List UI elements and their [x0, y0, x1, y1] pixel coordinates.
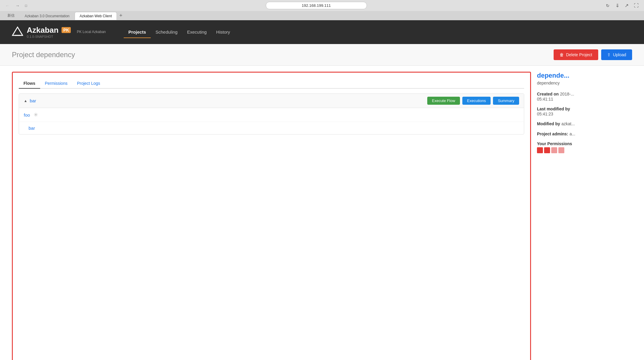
flows-panel: Flows Permissions Project Logs ▲ bar Exe… — [12, 72, 531, 360]
delete-project-label: Delete Project — [566, 52, 592, 57]
flow-name[interactable]: bar — [30, 98, 427, 103]
perm-badge-3 — [551, 147, 557, 153]
delete-project-button[interactable]: 🗑 Delete Project — [554, 49, 598, 60]
download-button[interactable]: ⇓ — [614, 2, 621, 9]
nav-projects[interactable]: Projects — [124, 26, 151, 38]
page-header: Project dependency 🗑 Delete Project ⇧ Up… — [0, 44, 644, 66]
reload-button[interactable]: ↻ — [604, 3, 611, 9]
loading-spinner-icon: ✳ — [34, 112, 38, 118]
svg-marker-0 — [12, 27, 23, 35]
admins-value: a... — [569, 132, 575, 136]
flow-actions: Execute Flow Executions Summary — [427, 97, 519, 105]
upload-button[interactable]: ⇧ Upload — [601, 49, 632, 60]
permissions-label: Your Permissions — [537, 141, 632, 146]
logo-area: Azkaban PK 0.1.0-SNAPSHOT PK Local Azkab… — [12, 26, 106, 39]
created-on-time: 05:41:11 — [537, 97, 632, 101]
logo-text-group: Azkaban PK 0.1.0-SNAPSHOT — [27, 26, 71, 39]
summary-button[interactable]: Summary — [493, 97, 519, 105]
info-modified-by: Modified by azkat... — [537, 121, 632, 126]
tab-bar-flows: Flows Permissions Project Logs — [19, 79, 524, 89]
perm-badge-1 — [537, 147, 543, 153]
tab-bar: 新信 Azkaban 3.0 Documentation Azkaban Web… — [0, 11, 644, 20]
page-title: Project dependency — [12, 51, 75, 59]
tab-azkaban-docs[interactable]: Azkaban 3.0 Documentation — [20, 12, 75, 20]
flow-toggle-icon[interactable]: ▲ — [24, 99, 27, 103]
info-last-modified: Last modified by 05:41:23 — [537, 106, 632, 116]
share-button[interactable]: ↗ — [623, 2, 630, 9]
sub-item-bar-link[interactable]: bar — [29, 126, 35, 131]
perm-badge-4 — [558, 147, 564, 153]
flow-header: ▲ bar Execute Flow Executions Summary — [19, 94, 524, 108]
info-admins: Project admins: a... — [537, 131, 632, 137]
tab-overview-button[interactable]: □ — [24, 3, 28, 8]
flow-sub-item-foo: foo ✳ — [19, 108, 524, 122]
back-button[interactable]: ← — [4, 3, 11, 9]
tab-project-logs[interactable]: Project Logs — [72, 79, 105, 89]
main-layout: Flows Permissions Project Logs ▲ bar Exe… — [0, 66, 644, 360]
nav-scheduling[interactable]: Scheduling — [151, 26, 182, 38]
last-modified-time: 05:41:23 — [537, 112, 632, 116]
pk-subtitle: PK Local Azkaban — [77, 30, 106, 35]
app-header: Azkaban PK 0.1.0-SNAPSHOT PK Local Azkab… — [0, 20, 644, 44]
fullscreen-button[interactable]: ⛶ — [632, 2, 640, 9]
execute-flow-button[interactable]: Execute Flow — [427, 97, 460, 105]
browser-chrome: ← → □ ↻ ⇓ ↗ ⛶ 新信 Azkaban 3.0 Documentati… — [0, 0, 644, 20]
forward-button[interactable]: → — [14, 3, 21, 9]
browser-toolbar: ← → □ ↻ ⇓ ↗ ⛶ — [0, 0, 644, 11]
flow-row: ▲ bar Execute Flow Executions Summary fo… — [19, 93, 524, 134]
info-title: depende... — [537, 72, 632, 79]
tab-flows[interactable]: Flows — [19, 79, 40, 89]
flow-sub-items: foo ✳ bar — [19, 108, 524, 134]
logo-name: Azkaban — [27, 26, 59, 35]
address-bar-container — [31, 2, 602, 9]
nav-history[interactable]: History — [211, 26, 235, 38]
info-created-on: Created on 2018-... 05:41:11 — [537, 91, 632, 101]
tab-azkaban-web[interactable]: Azkaban Web Client — [75, 12, 117, 20]
admins-label: Project admins: — [537, 132, 568, 136]
upload-label: Upload — [613, 52, 626, 57]
upload-icon: ⇧ — [607, 52, 611, 57]
pk-badge: PK — [62, 27, 71, 33]
azkaban-logo-icon — [12, 26, 23, 38]
info-permissions: Your Permissions — [537, 141, 632, 153]
browser-actions: ⇓ ↗ ⛶ — [614, 2, 640, 9]
address-input[interactable] — [266, 2, 367, 9]
modified-by-value: azkat... — [561, 121, 575, 126]
perm-badge-2 — [544, 147, 550, 153]
created-on-value: 2018-... — [560, 92, 574, 96]
tab-permissions[interactable]: Permissions — [40, 79, 72, 89]
info-subtitle: dependency — [537, 81, 632, 85]
new-tab-button[interactable]: + — [117, 12, 125, 20]
created-on-label: Created on — [537, 92, 559, 96]
app-nav: Projects Scheduling Executing History — [124, 26, 235, 38]
info-panel: depende... dependency Created on 2018-..… — [537, 72, 632, 360]
version-text: 0.1.0-SNAPSHOT — [27, 35, 71, 39]
trash-icon: 🗑 — [560, 52, 564, 57]
last-modified-label: Last modified by — [537, 107, 570, 111]
header-actions: 🗑 Delete Project ⇧ Upload — [554, 49, 632, 60]
permissions-grid — [537, 147, 632, 153]
modified-by-label: Modified by — [537, 121, 560, 126]
nav-executing[interactable]: Executing — [182, 26, 211, 38]
page-content: Project dependency 🗑 Delete Project ⇧ Up… — [0, 44, 644, 360]
flow-sub-item-bar: bar — [19, 122, 524, 134]
executions-button[interactable]: Executions — [462, 97, 491, 105]
sub-item-foo-link[interactable]: foo — [24, 112, 30, 118]
tab-xin[interactable]: 新信 — [2, 11, 20, 20]
